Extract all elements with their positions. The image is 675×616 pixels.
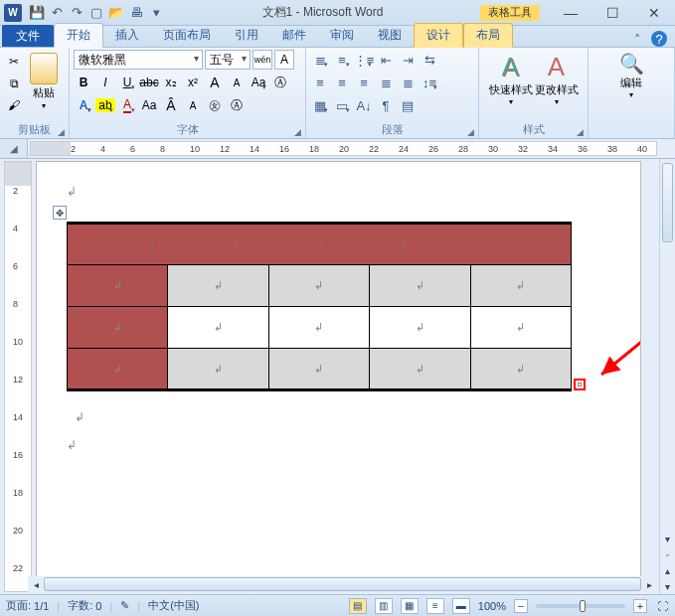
horizontal-ruler[interactable]: 246810121416182022242628303234363840 [30,141,657,156]
minimize-ribbon-button[interactable]: ˄ [629,31,645,47]
next-page-button[interactable]: ▾ [660,578,675,594]
new-button[interactable]: ▢ [87,4,105,22]
character-border-button[interactable]: A [274,50,294,70]
open-button[interactable]: 📂 [107,4,125,22]
justify-button[interactable]: ≣ [376,73,396,92]
underline-button[interactable]: U▾ [117,73,137,92]
view-outline[interactable]: ≡ [426,598,444,614]
superscript-button[interactable]: x² [183,73,203,92]
paste-button[interactable]: 粘贴 ▾ [26,50,62,110]
distribute-button[interactable]: ≣ [398,73,418,92]
bullets-button[interactable]: ≣▾ [310,50,330,70]
char-shading-button[interactable]: Aa [139,95,159,115]
tab-view[interactable]: 视图 [366,24,414,47]
redo-button[interactable]: ↷ [68,4,85,22]
shading-button[interactable]: ▦▾ [310,95,330,115]
line-spacing-button[interactable]: ↕≡▾ [420,73,439,92]
enclose-char-button[interactable]: Â [161,95,181,115]
close-button[interactable]: ✕ [633,0,675,26]
table-cell[interactable]: ↲ [168,265,268,307]
browse-object-button[interactable]: ◦ [660,546,675,562]
bold-button[interactable]: B [74,73,93,92]
table-cell[interactable]: ↲ [470,307,572,349]
print-button[interactable]: 🖶 [127,4,145,22]
scroll-thumb[interactable] [662,163,673,242]
asian-layout-button[interactable]: Ⓐ [227,95,247,115]
text-effects-button[interactable]: A▾ [74,95,93,115]
tab-table-layout[interactable]: 布局 [463,23,513,48]
align-left-button[interactable]: ≡ [310,73,330,92]
hscroll-thumb[interactable] [44,577,641,591]
horizontal-scrollbar[interactable]: ◂ ▸ [28,576,657,592]
grow-font-button[interactable]: A [205,73,225,92]
font-color-button[interactable]: A▾ [117,95,137,115]
copy-button[interactable]: ⧉ [4,74,24,93]
table-move-handle[interactable]: ✥ [53,206,67,220]
styles-launcher[interactable]: ◢ [577,127,584,137]
vertical-scrollbar[interactable]: ▴ ▾ ◦ ▴ ▾ [659,159,675,594]
save-button[interactable]: 💾 [28,4,46,22]
table-cell[interactable]: ↲ [68,265,168,307]
view-full-screen[interactable]: ▥ [375,598,393,614]
sort-button[interactable]: A↓ [354,95,374,115]
strike-button[interactable]: abc [139,73,159,92]
change-styles-button[interactable]: A 更改样式▾ [535,50,579,106]
font-name-combo[interactable]: 微软雅黑 [74,50,203,70]
tab-mailings[interactable]: 邮件 [270,24,318,47]
show-marks-button[interactable]: ¶ [376,95,396,115]
view-web-layout[interactable]: ▦ [401,598,419,614]
zoom-slider[interactable] [536,604,625,608]
subscript-button[interactable]: x₂ [161,73,181,92]
tab-table-design[interactable]: 设计 [414,23,463,48]
table-resize-handle[interactable] [574,379,586,390]
format-painter-button[interactable]: 🖌 [4,95,24,115]
font-launcher[interactable]: ◢ [294,127,301,137]
shrink-font-button[interactable]: A [227,73,247,92]
table-cell[interactable]: ↲ [268,265,369,307]
cut-button[interactable]: ✂ [4,52,24,72]
scroll-right-button[interactable]: ▸ [641,579,657,590]
numbering-button[interactable]: ≡▾ [332,50,352,70]
table-cell[interactable]: ↲ [470,265,572,307]
undo-button[interactable]: ↶ [48,4,66,22]
maximize-button[interactable]: ☐ [591,0,633,26]
qat-customize[interactable]: ▾ [147,4,165,22]
document-table[interactable]: ↲↲↲↲↲↲↲↲↲↲↲↲↲↲↲↲↲↲↲↲ [67,222,572,391]
quick-styles-button[interactable]: A 快速样式▾ [489,50,533,106]
paragraph-launcher[interactable]: ◢ [467,127,474,137]
status-proofing[interactable]: ✎ [120,599,129,612]
tab-home[interactable]: 开始 [54,23,103,48]
clear-formatting-button[interactable]: Ⓐ [270,73,290,92]
align-right-button[interactable]: ≡ [354,73,374,92]
zoom-fit-button[interactable]: ⛶ [655,599,669,613]
scroll-down-button[interactable]: ▾ [660,531,675,546]
table-cell[interactable]: ↲ [68,307,168,349]
change-case-button[interactable]: Aa▾ [249,73,268,92]
vertical-ruler[interactable]: 246810121416182022 [4,161,32,592]
multilevel-button[interactable]: ⋮≡▾ [354,50,374,70]
decrease-indent-button[interactable]: ⇤ [376,50,396,70]
prev-page-button[interactable]: ▴ [660,562,675,578]
zoom-level[interactable]: 100% [478,600,506,612]
table-cell[interactable]: ↲ [68,349,168,390]
snap-button[interactable]: ▤ [398,95,418,115]
table-cell[interactable]: ↲ [370,307,470,349]
minimize-button[interactable]: — [550,0,591,26]
table-cell[interactable]: ↲ [470,349,572,390]
table-cell[interactable]: ↲ [370,265,470,307]
tab-insert[interactable]: 插入 [103,24,151,47]
editing-button[interactable]: 🔍 编辑▾ [609,50,653,99]
asian-indent-button[interactable]: ⇆ [420,50,439,70]
status-page[interactable]: 页面: 1/1 [6,598,49,613]
align-center-button[interactable]: ≡ [332,73,352,92]
scroll-left-button[interactable]: ◂ [28,579,44,590]
font-size-combo[interactable]: 五号 [205,50,251,70]
page[interactable]: ↲ ✥ ↲↲↲↲↲↲↲↲↲↲↲↲↲↲↲↲↲↲↲↲ ↲ ↲ [36,161,641,592]
view-print-layout[interactable]: ▤ [349,598,367,614]
borders-button[interactable]: ▭▾ [332,95,352,115]
clipboard-launcher[interactable]: ◢ [58,127,65,137]
status-word-count[interactable]: 字数: 0 [68,598,101,613]
table-cell[interactable]: ↲ [168,307,268,349]
status-language[interactable]: 中文(中国) [148,598,199,613]
ruler-corner[interactable]: ◢ [0,139,28,158]
